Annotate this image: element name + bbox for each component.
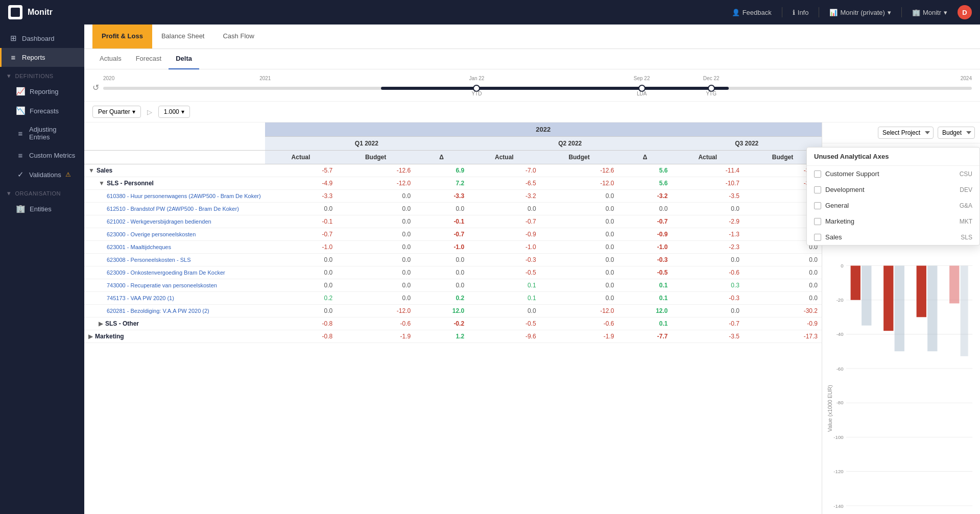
controls-row: Per Quarter ▾ ▷ 1.000 ▾	[84, 102, 980, 123]
row-label[interactable]: 612510 - Brandstof PW (2AWP500 - Bram De…	[84, 203, 265, 215]
sidebar-item-reports[interactable]: ≡ Reports	[0, 48, 84, 67]
sub-tab-delta[interactable]: Delta	[169, 49, 199, 69]
cell-value: -7.0	[468, 164, 540, 177]
cell-value: 0.2	[265, 292, 337, 305]
info-button[interactable]: ℹ Info	[793, 9, 809, 16]
row-label[interactable]: 610380 - Huur personenwagens (2AWP500 - …	[84, 190, 265, 203]
q3-budget-bar	[927, 266, 937, 352]
tab-balance-sheet[interactable]: Balance Sheet	[152, 25, 214, 48]
tab-profit-loss[interactable]: Profit & Loss	[92, 25, 152, 48]
checkbox-marketing[interactable]	[814, 218, 821, 225]
table-row: 621002 - Werkgeversbijdragen bedienden-0…	[84, 215, 822, 228]
cell-value: 5.6	[618, 177, 672, 190]
cell-value: -0.7	[415, 228, 468, 241]
sub-tab-actuals[interactable]: Actuals	[92, 49, 129, 69]
checkbox-development[interactable]	[814, 186, 821, 193]
feedback-button[interactable]: 👤 Feedback	[732, 9, 772, 16]
axis-general[interactable]: General G&A	[807, 198, 979, 213]
select-project-dropdown[interactable]: Select Project	[878, 127, 934, 139]
cell-value: 0.0	[337, 228, 415, 241]
checkbox-general[interactable]	[814, 202, 821, 209]
period-dropdown[interactable]: Per Quarter ▾	[92, 106, 141, 118]
cell-value: -0.7	[468, 215, 540, 228]
row-label[interactable]: 620281 - Bezoldiging: V.A.A PW 2020 (2)	[84, 305, 265, 317]
expand-btn[interactable]: ▶	[88, 333, 93, 340]
row-label[interactable]: 623009 - Onkostenvergoeding Bram De Kock…	[84, 266, 265, 279]
cell-value: -0.9	[468, 228, 540, 241]
sidebar-item-entities[interactable]: 🏢 Entities	[0, 199, 84, 218]
cell-value: -0.7	[672, 317, 744, 330]
refresh-button[interactable]: ↺	[92, 83, 99, 92]
q3-header: Q3 2022	[672, 137, 822, 151]
checkbox-sales[interactable]	[814, 234, 821, 241]
year-2020: 2020	[103, 76, 114, 81]
bar-chart: Value (x1000 EUR) 0 -20 -40 -60 -80	[824, 255, 978, 514]
cell-value: -0.5	[468, 266, 540, 279]
axis-development[interactable]: Development DEV	[807, 182, 979, 198]
axis-marketing[interactable]: Marketing MKT	[807, 213, 979, 229]
cell-value: -0.9	[744, 317, 822, 330]
table-row: 610380 - Huur personenwagens (2AWP500 - …	[84, 190, 822, 203]
cell-value: 0.0	[540, 190, 618, 203]
expand-btn[interactable]: ▶	[99, 320, 103, 327]
monitr-private-button[interactable]: 📊 Monitr (private) ▾	[829, 9, 891, 16]
ytd-label: YTD	[471, 91, 482, 96]
cell-value: -1.0	[468, 241, 540, 254]
cell-value: 0.0	[540, 241, 618, 254]
sidebar-section-organisation[interactable]: ▾ Organisation	[0, 184, 84, 199]
sub-tab-forecast[interactable]: Forecast	[129, 49, 169, 69]
year-header: 2022	[265, 123, 822, 137]
table-row: 623008 - Personeelskosten - SLS0.00.00.0…	[84, 254, 822, 266]
row-label[interactable]: 623000 - Overige personeelskosten	[84, 228, 265, 241]
user-avatar[interactable]: D	[958, 5, 972, 19]
svg-text:-120: -120	[833, 469, 843, 474]
monitr-button[interactable]: 🏢 Monitr ▾	[912, 9, 947, 16]
entities-icon: 🏢	[16, 204, 26, 213]
dashboard-icon: ⊞	[9, 34, 18, 43]
collapse-btn[interactable]: ▼	[88, 167, 94, 174]
sidebar-item-dashboard[interactable]: ⊞ Dashboard	[0, 29, 84, 48]
axis-customer-support[interactable]: Customer Support CSU	[807, 166, 979, 182]
row-label[interactable]: 621002 - Werkgeversbijdragen bedienden	[84, 215, 265, 228]
cell-value: -2.9	[672, 215, 744, 228]
sidebar-item-forecasts[interactable]: 📉 Forecasts	[0, 101, 84, 120]
col-actual-q3: Actual	[672, 151, 744, 164]
row-label[interactable]: 623001 - Maaltijdcheques	[84, 241, 265, 254]
sidebar-item-reporting[interactable]: 📈 Reporting	[0, 82, 84, 101]
row-label[interactable]: 743000 - Recuperatie van personeelskoste…	[84, 279, 265, 292]
y-axis-label: Value (x1000 EUR)	[827, 385, 833, 432]
sub-tabs: Actuals Forecast Delta	[84, 49, 980, 69]
cell-value: 1.2	[415, 330, 468, 343]
cell-value: 0.0	[415, 203, 468, 215]
tabs-bar: Profit & Loss Balance Sheet Cash Flow	[84, 25, 980, 49]
svg-text:-60: -60	[836, 366, 844, 372]
tab-cash-flow[interactable]: Cash Flow	[213, 25, 263, 48]
amount-dropdown[interactable]: 1.000 ▾	[158, 106, 190, 118]
budget-dropdown[interactable]: Budget	[938, 127, 975, 139]
cell-value: 0.0	[337, 241, 415, 254]
cell-value: -0.6	[672, 266, 744, 279]
row-label[interactable]: 623008 - Personeelskosten - SLS	[84, 254, 265, 266]
cell-value: 0.1	[618, 292, 672, 305]
sidebar-item-custom-metrics[interactable]: ≡ Custom Metrics	[0, 146, 84, 165]
sidebar-section-definitions[interactable]: ▾ Definitions	[0, 67, 84, 82]
checkbox-customer-support[interactable]	[814, 170, 821, 178]
svg-text:-80: -80	[836, 400, 844, 405]
cell-value: 0.0	[540, 292, 618, 305]
layout: ⊞ Dashboard ≡ Reports ▾ Definitions 📈 Re…	[0, 25, 980, 514]
cell-value: 0.0	[744, 254, 822, 266]
sidebar-item-adjusting[interactable]: ≡ Adjusting Entries	[0, 120, 84, 146]
axis-sales[interactable]: Sales SLS	[807, 229, 979, 245]
cell-value: 0.0	[468, 305, 540, 317]
row-label[interactable]: 745173 - VAA PW 2020 (1)	[84, 292, 265, 305]
cell-value: 0.0	[337, 292, 415, 305]
sidebar-item-validations[interactable]: ✓ Validations ⚠	[0, 165, 84, 184]
marker-sep22: Sep 22	[634, 76, 650, 81]
collapse-btn[interactable]: ▼	[99, 180, 105, 187]
svg-text:0: 0	[841, 263, 843, 268]
svg-text:-100: -100	[833, 434, 843, 440]
cell-value: 0.0	[415, 279, 468, 292]
ytg-label: YTG	[706, 91, 716, 96]
table-wrapper: 2022 Q1 2022 Q2 2022 Q3 2022 Actual Budg…	[84, 123, 822, 514]
cell-value: -3.3	[415, 190, 468, 203]
